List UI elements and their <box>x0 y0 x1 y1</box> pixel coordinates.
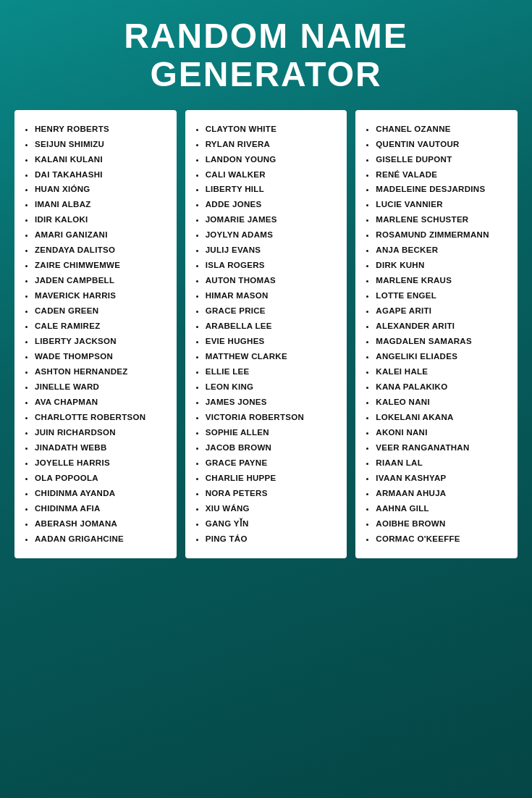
list-item: AMARI GANIZANI <box>35 227 169 243</box>
list-item: LOTTE ENGEL <box>376 288 510 303</box>
list-item: CHARLIE HUPPE <box>206 471 340 486</box>
list-item: AKONI NANI <box>376 425 510 440</box>
list-item: PING TÁO <box>206 532 340 547</box>
list-item: GRACE PAYNE <box>206 455 340 471</box>
list-item: KALEO NANI <box>376 395 510 410</box>
list-item: AAHNA GILL <box>376 501 510 516</box>
list-item: MATTHEW CLARKE <box>206 349 340 364</box>
column-2: CLAYTON WHITERYLAN RIVERALANDON YOUNGCAL… <box>185 110 347 558</box>
list-item: GRACE PRICE <box>206 303 340 319</box>
list-item: OLA POPOOLA <box>35 471 169 486</box>
list-item: LUCIE VANNIER <box>376 197 510 212</box>
list-item: KANA PALAKIKO <box>376 379 510 395</box>
list-item: SOPHIE ALLEN <box>206 425 340 440</box>
list-item: DAI TAKAHASHI <box>35 167 169 182</box>
list-item: MAGDALEN SAMARAS <box>376 334 510 349</box>
list-item: CALE RAMIREZ <box>35 319 169 334</box>
list-item: DIRK KUHN <box>376 258 510 273</box>
list-item: LIBERTY HILL <box>206 182 340 197</box>
list-item: RYLAN RIVERA <box>206 137 340 152</box>
list-item: AVA CHAPMAN <box>35 395 169 410</box>
list-item: AADAN GRIGAHCINE <box>35 532 169 547</box>
list-item: LANDON YOUNG <box>206 152 340 167</box>
column-1: HENRY ROBERTSSEIJUN SHIMIZUKALANI KULANI… <box>14 110 177 558</box>
list-item: QUENTIN VAUTOUR <box>376 137 510 152</box>
list-item: ADDE JONES <box>206 197 340 212</box>
list-item: AOIBHE BROWN <box>376 516 510 532</box>
name-list-1: HENRY ROBERTSSEIJUN SHIMIZUKALANI KULANI… <box>22 122 169 547</box>
list-item: CADEN GREEN <box>35 303 169 319</box>
name-list-3: CHANEL OZANNEQUENTIN VAUTOURGISELLE DUPO… <box>363 122 510 547</box>
list-item: EVIE HUGHES <box>206 334 340 349</box>
list-item: CHIDINMA AFIA <box>35 501 169 516</box>
list-item: CHANEL OZANNE <box>376 122 510 137</box>
list-item: IDIR KALOKI <box>35 212 169 227</box>
list-item: ALEXANDER ARITI <box>376 319 510 334</box>
list-item: IMANI ALBAZ <box>35 197 169 212</box>
list-item: JOYELLE HARRIS <box>35 455 169 471</box>
list-item: AGAPE ARITI <box>376 303 510 319</box>
column-3: CHANEL OZANNEQUENTIN VAUTOURGISELLE DUPO… <box>355 110 518 558</box>
page-title: RANDOM NAME GENERATOR <box>14 17 518 94</box>
list-item: RENÉ VALADE <box>376 167 510 182</box>
list-item: JOMARIE JAMES <box>206 212 340 227</box>
name-list-2: CLAYTON WHITERYLAN RIVERALANDON YOUNGCAL… <box>193 122 340 547</box>
list-item: CALI WALKER <box>206 167 340 182</box>
list-item: VICTORIA ROBERTSON <box>206 410 340 425</box>
list-item: JOYLYN ADAMS <box>206 227 340 243</box>
list-item: CLAYTON WHITE <box>206 122 340 137</box>
list-item: ABERASH JOMANA <box>35 516 169 532</box>
list-item: WADE THOMPSON <box>35 349 169 364</box>
list-item: HIMAR MASON <box>206 288 340 303</box>
list-item: ISLA ROGERS <box>206 258 340 273</box>
columns-wrapper: HENRY ROBERTSSEIJUN SHIMIZUKALANI KULANI… <box>14 110 518 558</box>
list-item: LEON KING <box>206 379 340 395</box>
list-item: ELLIE LEE <box>206 364 340 379</box>
list-item: KALANI KULANI <box>35 152 169 167</box>
list-item: JULIJ EVANS <box>206 243 340 258</box>
list-item: ZAIRE CHIMWEMWE <box>35 258 169 273</box>
list-item: GISELLE DUPONT <box>376 152 510 167</box>
list-item: GANG YǏN <box>206 516 340 532</box>
list-item: SEIJUN SHIMIZU <box>35 137 169 152</box>
list-item: CORMAC O'KEEFFE <box>376 532 510 547</box>
list-item: ARMAAN AHUJA <box>376 486 510 501</box>
list-item: ARABELLA LEE <box>206 319 340 334</box>
list-item: XIU WÁNG <box>206 501 340 516</box>
list-item: JAMES JONES <box>206 395 340 410</box>
list-item: CHIDINMA AYANDA <box>35 486 169 501</box>
list-item: KALEI HALE <box>376 364 510 379</box>
list-item: NORA PETERS <box>206 486 340 501</box>
list-item: HENRY ROBERTS <box>35 122 169 137</box>
list-item: CHARLOTTE ROBERTSON <box>35 410 169 425</box>
list-item: JADEN CAMPBELL <box>35 273 169 288</box>
list-item: MARLENE KRAUS <box>376 273 510 288</box>
list-item: ANJA BECKER <box>376 243 510 258</box>
list-item: ANGELIKI ELIADES <box>376 349 510 364</box>
list-item: LIBERTY JACKSON <box>35 334 169 349</box>
list-item: JUIN RICHARDSON <box>35 425 169 440</box>
list-item: VEER RANGANATHAN <box>376 440 510 455</box>
list-item: MADELEINE DESJARDINS <box>376 182 510 197</box>
list-item: JINADATH WEBB <box>35 440 169 455</box>
list-item: MARLENE SCHUSTER <box>376 212 510 227</box>
list-item: IVAAN KASHYAP <box>376 471 510 486</box>
list-item: LOKELANI AKANA <box>376 410 510 425</box>
list-item: MAVERICK HARRIS <box>35 288 169 303</box>
list-item: JINELLE WARD <box>35 379 169 395</box>
list-item: HUAN XIÓNG <box>35 182 169 197</box>
list-item: JACOB BROWN <box>206 440 340 455</box>
list-item: ZENDAYA DALITSO <box>35 243 169 258</box>
list-item: RIAAN LAL <box>376 455 510 471</box>
list-item: AUTON THOMAS <box>206 273 340 288</box>
list-item: ROSAMUND ZIMMERMANN <box>376 227 510 243</box>
list-item: ASHTON HERNANDEZ <box>35 364 169 379</box>
